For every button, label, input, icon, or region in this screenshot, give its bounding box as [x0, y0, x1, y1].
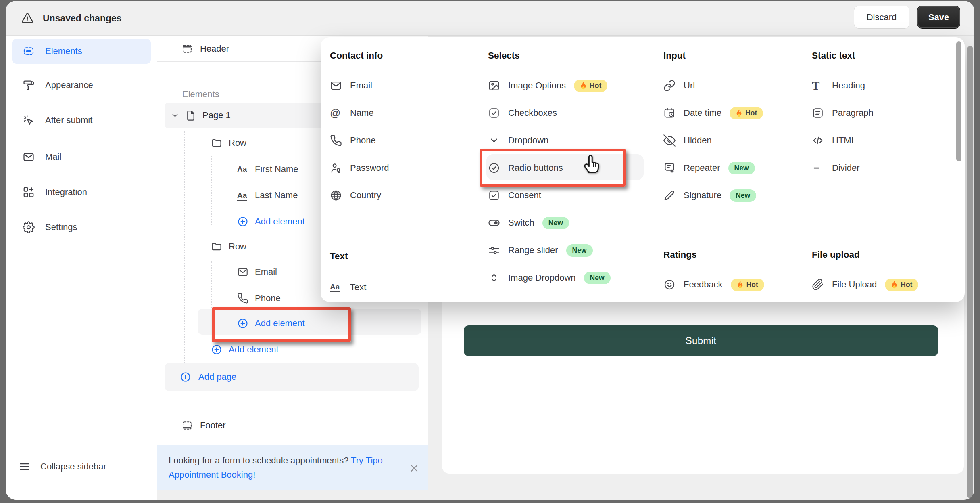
add-element-button[interactable]: Add element — [237, 311, 305, 336]
tree-item-page-1-label: Page 1 — [202, 110, 231, 121]
tree-item-row[interactable]: Row — [211, 130, 246, 155]
after-submit-icon — [23, 114, 35, 126]
popup-item-dropdown[interactable]: Dropdown — [488, 132, 548, 149]
popup-item-text[interactable]: AaText — [330, 279, 366, 296]
popup-item-label: Image Options — [508, 80, 566, 91]
popup-item-phone[interactable]: Phone — [330, 132, 376, 149]
switch-icon — [488, 217, 500, 229]
popup-item-url[interactable]: Url — [663, 77, 695, 94]
sidebar-item-integration[interactable]: Integration — [12, 180, 151, 205]
popup-item-radio-buttons[interactable]: Radio buttons — [488, 159, 563, 177]
add-circle-icon — [211, 344, 222, 355]
header-section-icon — [181, 43, 193, 54]
settings-icon — [23, 221, 35, 233]
tree-row-hover-highlight — [198, 309, 421, 335]
collapse-sidebar-button[interactable]: Collapse sidebar — [19, 454, 106, 479]
popup-item-label: Heading — [832, 80, 865, 91]
tree-item-first-name[interactable]: AaFirst Name — [237, 157, 298, 182]
tree-item-last-name[interactable]: AaLast Name — [237, 183, 298, 208]
indent-guide — [184, 130, 185, 363]
popup-item-label: File Upload — [832, 279, 877, 290]
popup-item-label: Url — [684, 80, 695, 91]
folder-icon — [211, 241, 222, 252]
at-icon: @ — [330, 107, 342, 119]
app-window: Submit Header Elements Page 1 RowAaFirst… — [6, 1, 974, 500]
tree-item-label: Add element — [255, 318, 305, 329]
sidebar-item-mail[interactable]: Mail — [12, 145, 151, 170]
popup-scrollbar[interactable] — [956, 41, 961, 161]
popup-item-label: Signature — [684, 190, 721, 201]
popup-item-checkboxes[interactable]: Checkboxes — [488, 104, 557, 122]
popup-item-label: Image Dropdown — [508, 272, 576, 283]
popup-item-button[interactable]: Button — [488, 296, 534, 302]
sidebar-item-label: After submit — [45, 115, 92, 126]
collapse-sidebar-label: Collapse sidebar — [40, 461, 106, 472]
popup-section-title: Input — [663, 50, 686, 61]
popup-item-consent[interactable]: Consent — [488, 187, 541, 204]
add-element-button[interactable]: Add element — [237, 209, 305, 234]
popup-item-switch[interactable]: SwitchNew — [488, 214, 569, 232]
datetime-icon — [663, 107, 676, 119]
tree-item-label: Last Name — [255, 190, 298, 201]
mail-icon — [23, 151, 35, 163]
page-scrollbar[interactable] — [967, 46, 973, 498]
close-icon[interactable] — [409, 463, 419, 474]
popup-item-label: Divider — [832, 163, 859, 173]
checkbox-icon — [488, 107, 500, 119]
popup-item-hidden[interactable]: Hidden — [663, 132, 712, 149]
chevron-down-icon[interactable] — [170, 111, 180, 120]
popup-item-password[interactable]: Password — [330, 159, 389, 177]
main-sidebar: ElementsAppearanceAfter submitMailIntegr… — [6, 36, 157, 500]
popup-item-date-time[interactable]: Date timeHot — [663, 104, 763, 122]
popup-item-name[interactable]: @Name — [330, 104, 374, 122]
popup-item-html[interactable]: HTML — [812, 132, 856, 149]
popup-item-label: Country — [350, 190, 381, 201]
sidebar-item-after-submit[interactable]: After submit — [12, 108, 151, 133]
popup-section-title: Text — [330, 251, 348, 262]
radio-check-icon — [488, 162, 500, 174]
popup-item-label: Consent — [508, 190, 541, 201]
save-button[interactable]: Save — [917, 6, 960, 29]
popup-item-label: Date time — [684, 108, 721, 118]
add-element-button[interactable]: Add element — [211, 337, 279, 362]
tree-item-phone[interactable]: Phone — [237, 286, 281, 311]
tree-item-row[interactable]: Row — [211, 234, 246, 259]
popup-item-label: Phone — [350, 135, 376, 146]
popup-item-repeater[interactable]: RepeaterNew — [663, 159, 755, 177]
submit-button[interactable]: Submit — [464, 325, 938, 356]
new-badge: New — [728, 162, 755, 174]
sidebar-item-appearance[interactable]: Appearance — [12, 73, 151, 98]
add-page-label: Add page — [198, 372, 236, 382]
hot-badge: Hot — [730, 107, 763, 119]
discard-button[interactable]: Discard — [854, 6, 909, 29]
divider-icon — [812, 162, 824, 174]
tree-item-label: Email — [255, 267, 277, 277]
popup-item-divider[interactable]: Divider — [812, 159, 859, 177]
globe-icon — [330, 189, 342, 201]
popup-item-paragraph[interactable]: Paragraph — [812, 104, 874, 122]
popup-item-heading[interactable]: THeading — [812, 77, 865, 94]
appointment-booking-banner: Looking for a form to schedule appointme… — [157, 445, 428, 490]
tree-item-email[interactable]: Email — [237, 260, 277, 285]
new-badge: New — [566, 244, 593, 257]
indent-guide — [211, 156, 212, 225]
popup-item-image-dropdown[interactable]: Image DropdownNew — [488, 269, 611, 287]
repeater-icon — [663, 162, 676, 174]
tree-item-footer[interactable]: Footer — [157, 413, 428, 438]
popup-item-feedback[interactable]: FeedbackHot — [663, 276, 764, 293]
tree-item-label: Add element — [255, 216, 305, 227]
divider — [157, 403, 428, 403]
popup-item-country[interactable]: Country — [330, 187, 381, 204]
sidebar-item-settings[interactable]: Settings — [12, 215, 151, 240]
popup-item-file-upload[interactable]: File UploadHot — [812, 276, 918, 293]
popup-item-image-options[interactable]: Image OptionsHot — [488, 77, 607, 94]
tree-item-label: Row — [229, 241, 246, 252]
popup-item-range-slider[interactable]: Range sliderNew — [488, 241, 593, 259]
sidebar-item-elements[interactable]: Elements — [12, 39, 151, 64]
range-slider-icon — [488, 244, 500, 256]
popup-item-signature[interactable]: SignatureNew — [663, 187, 756, 204]
add-page-button[interactable]: Add page — [165, 363, 419, 391]
popup-section-title: File upload — [812, 249, 860, 260]
popup-item-email[interactable]: Email — [330, 77, 372, 94]
popup-item-label: HTML — [832, 135, 856, 146]
